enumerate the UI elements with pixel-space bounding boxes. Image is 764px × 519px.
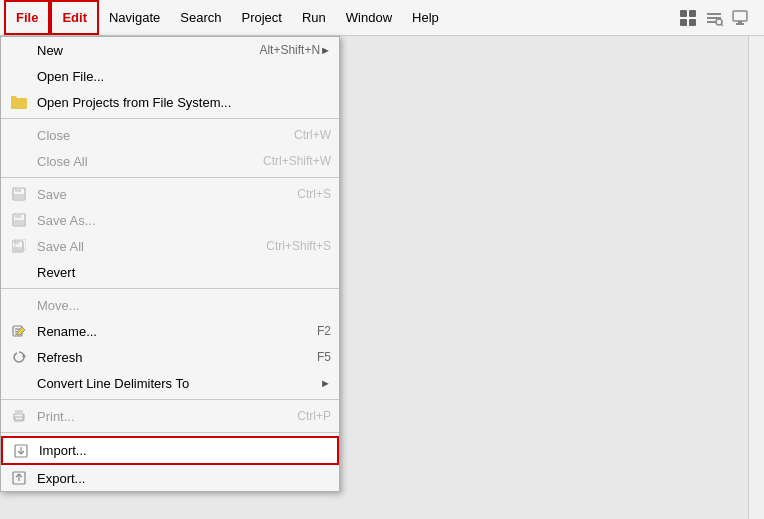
menu-item-revert-label: Revert xyxy=(37,265,331,280)
separator-4 xyxy=(1,399,339,400)
menu-item-save-all[interactable]: Save All Ctrl+Shift+S xyxy=(1,233,339,259)
svg-rect-3 xyxy=(689,19,696,26)
menu-item-open-file-label: Open File... xyxy=(37,69,331,84)
menu-run[interactable]: Run xyxy=(292,0,336,35)
menu-item-print-label: Print... xyxy=(37,409,277,424)
menu-item-move-label: Move... xyxy=(37,298,331,313)
menu-item-open-projects[interactable]: Open Projects from File System... xyxy=(1,89,339,115)
menu-item-save-as[interactable]: Save As... xyxy=(1,207,339,233)
menu-item-new-label: New xyxy=(37,43,239,58)
menu-item-close-all-shortcut: Ctrl+Shift+W xyxy=(263,154,331,168)
menu-navigate[interactable]: Navigate xyxy=(99,0,170,35)
folder-icon xyxy=(9,92,29,112)
menubar: File Edit Navigate Search Project Run Wi… xyxy=(0,0,764,36)
svg-rect-2 xyxy=(680,19,687,26)
menu-item-new-shortcut: Alt+Shift+N xyxy=(259,43,320,57)
menu-item-open-projects-label: Open Projects from File System... xyxy=(37,95,331,110)
menu-item-save-label: Save xyxy=(37,187,277,202)
menu-window[interactable]: Window xyxy=(336,0,402,35)
svg-rect-16 xyxy=(15,214,21,218)
menu-item-revert[interactable]: Revert xyxy=(1,259,339,285)
menu-project[interactable]: Project xyxy=(231,0,291,35)
menu-item-convert-line[interactable]: Convert Line Delimiters To ► xyxy=(1,370,339,396)
menu-item-rename[interactable]: Rename... F2 xyxy=(1,318,339,344)
scrollbar[interactable] xyxy=(748,36,764,519)
menu-search[interactable]: Search xyxy=(170,0,231,35)
separator-5 xyxy=(1,432,339,433)
svg-rect-13 xyxy=(15,188,21,192)
convert-line-arrow: ► xyxy=(320,377,331,389)
svg-rect-4 xyxy=(707,13,721,15)
svg-rect-6 xyxy=(707,21,716,23)
menu-item-print-shortcut: Ctrl+P xyxy=(297,409,331,423)
refresh-icon xyxy=(9,347,29,367)
menu-item-refresh[interactable]: Refresh F5 xyxy=(1,344,339,370)
menu-item-import-label: Import... xyxy=(39,443,329,458)
svg-rect-10 xyxy=(736,23,744,25)
menu-item-close[interactable]: Close Ctrl+W xyxy=(1,122,339,148)
separator-2 xyxy=(1,177,339,178)
menu-item-close-label: Close xyxy=(37,128,274,143)
menu-item-export-label: Export... xyxy=(37,471,331,486)
svg-line-8 xyxy=(721,24,723,26)
toolbar-btn-2[interactable] xyxy=(702,6,726,30)
menu-item-rename-shortcut: F2 xyxy=(317,324,331,338)
svg-rect-11 xyxy=(738,21,742,23)
svg-rect-28 xyxy=(15,410,23,415)
menu-item-refresh-shortcut: F5 xyxy=(317,350,331,364)
print-icon xyxy=(9,406,29,426)
menu-file[interactable]: File xyxy=(4,0,50,35)
rename-icon xyxy=(9,321,29,341)
menu-item-refresh-label: Refresh xyxy=(37,350,297,365)
menu-item-save-all-shortcut: Ctrl+Shift+S xyxy=(266,239,331,253)
menu-item-save-as-label: Save As... xyxy=(37,213,331,228)
menu-item-open-file[interactable]: Open File... xyxy=(1,63,339,89)
separator-1 xyxy=(1,118,339,119)
svg-point-30 xyxy=(22,415,24,417)
menu-help[interactable]: Help xyxy=(402,0,449,35)
menu-item-save[interactable]: Save Ctrl+S xyxy=(1,181,339,207)
menu-item-save-all-label: Save All xyxy=(37,239,246,254)
menu-item-close-shortcut: Ctrl+W xyxy=(294,128,331,142)
menu-item-close-all[interactable]: Close All Ctrl+Shift+W xyxy=(1,148,339,174)
svg-rect-17 xyxy=(14,220,24,225)
menu-edit[interactable]: Edit xyxy=(50,0,99,35)
toolbar-right xyxy=(676,6,760,30)
svg-rect-9 xyxy=(733,11,747,21)
svg-rect-1 xyxy=(689,10,696,17)
toolbar-btn-3[interactable] xyxy=(728,6,752,30)
menu-item-move[interactable]: Move... xyxy=(1,292,339,318)
menu-item-rename-label: Rename... xyxy=(37,324,297,339)
menu-item-new-arrow: ► xyxy=(320,44,331,56)
save-all-icon xyxy=(9,236,29,256)
menu-item-close-all-label: Close All xyxy=(37,154,243,169)
svg-rect-14 xyxy=(14,194,24,199)
file-dropdown-menu: New Alt+Shift+N ► Open File... Open Proj… xyxy=(0,36,340,492)
menu-item-print[interactable]: Print... Ctrl+P xyxy=(1,403,339,429)
save-as-icon xyxy=(9,210,29,230)
menu-item-new[interactable]: New Alt+Shift+N ► xyxy=(1,37,339,63)
export-icon xyxy=(9,468,29,488)
menu-item-convert-line-label: Convert Line Delimiters To xyxy=(37,376,320,391)
menu-item-save-shortcut: Ctrl+S xyxy=(297,187,331,201)
separator-3 xyxy=(1,288,339,289)
menu-item-import[interactable]: Import... xyxy=(1,436,339,465)
svg-rect-0 xyxy=(680,10,687,17)
toolbar-btn-1[interactable] xyxy=(676,6,700,30)
save-icon xyxy=(9,184,29,204)
import-icon xyxy=(11,441,31,461)
menu-item-export[interactable]: Export... xyxy=(1,465,339,491)
